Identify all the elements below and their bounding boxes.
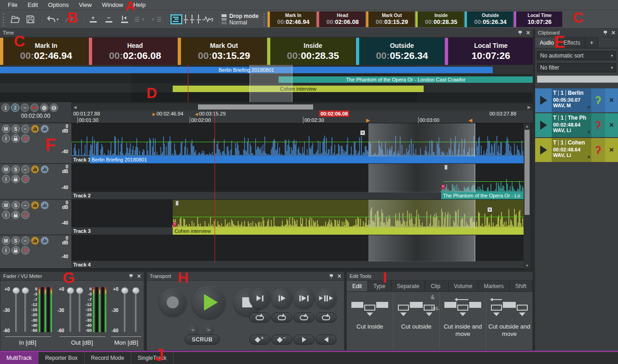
time-chip-head[interactable]: Head 00:02:06.08 (317, 12, 365, 27)
add-tab-button[interactable]: + (585, 37, 598, 48)
loop-button-4[interactable] (315, 312, 337, 323)
fader-left[interactable] (119, 286, 130, 334)
info-button[interactable]: i (2, 134, 10, 143)
move-clip-right-button[interactable] (148, 12, 163, 26)
tab-record-mode[interactable]: Record Mode (85, 352, 131, 364)
record-arm-button[interactable] (21, 246, 29, 254)
fader-knob[interactable] (67, 287, 74, 294)
scrub-button[interactable]: SCRUB (185, 335, 220, 345)
fader-knob[interactable] (76, 287, 83, 294)
tab-shift[interactable]: Shift (510, 281, 532, 291)
overview-clip-cohen[interactable]: Cohen interview (173, 86, 424, 92)
scroll-right-icon[interactable]: ▶ (526, 105, 532, 110)
pin-icon[interactable] (518, 30, 523, 35)
pin-icon[interactable] (329, 274, 334, 279)
close-icon[interactable]: × (526, 30, 530, 35)
volume-node-marker[interactable]: V (487, 207, 492, 212)
selection-region[interactable] (368, 235, 475, 261)
trim-to-left-button[interactable] (117, 12, 132, 26)
big-time-mark-out[interactable]: Mark Out 00:03:15.29 (178, 38, 266, 65)
hide-button[interactable]: − (21, 125, 29, 133)
pin-icon[interactable] (603, 30, 608, 35)
track-3-titlebar[interactable]: Track 3 Cohen interview (71, 227, 524, 235)
mixer-view-button[interactable] (184, 12, 200, 26)
clip-title-strip[interactable]: Berlin Briefing 20180801 (90, 156, 524, 163)
fader-knob[interactable] (121, 287, 128, 294)
filter-input[interactable] (537, 75, 618, 83)
big-time-mark-in[interactable]: Mark In 00:02:46.94 (0, 38, 88, 65)
big-time-head[interactable]: Head 00:02:06.08 (89, 38, 177, 65)
fader-left[interactable] (65, 286, 74, 334)
play-between-marks-button[interactable] (293, 288, 315, 309)
mark-out-marker-icon[interactable]: ◀ (468, 117, 472, 123)
fade-marker[interactable] (442, 185, 445, 189)
time-chip-mark-out[interactable]: Mark Out 00:03:15.29 (366, 12, 414, 27)
zoom-in-button[interactable]: ⊕ (40, 104, 48, 112)
track-1-titlebar[interactable]: Track 1 Berlin Briefing 20180801 (71, 156, 524, 163)
big-time-inside[interactable]: Inside 00:00:28.35 (267, 38, 355, 65)
move-clip-left-button[interactable] (132, 12, 148, 26)
close-icon[interactable]: × (137, 274, 141, 279)
time-chip-inside[interactable]: Inside 00:00:28.35 (415, 12, 464, 27)
fader-knob[interactable] (22, 287, 29, 294)
solo-button[interactable]: S (12, 165, 20, 173)
tab-clip-ins[interactable]: Clip & Ins. (425, 281, 448, 291)
cut-outside-move-button[interactable]: Cut outside and move (486, 292, 532, 350)
selection-region[interactable] (368, 164, 475, 192)
playlist-view-button[interactable] (169, 12, 184, 26)
close-icon[interactable]: × (612, 30, 615, 35)
sort-dropdown[interactable]: No automatic sort▾ (537, 51, 616, 60)
clip-title-strip[interactable]: The Phantom of the Opera Or - Lo (441, 192, 524, 199)
menu-file[interactable]: File (3, 0, 23, 10)
loop-button-1[interactable] (249, 312, 270, 323)
track-4[interactable]: M S − i 0dB -40 Track 4 (0, 235, 533, 269)
timeline-ruler[interactable]: 00:01:27.88 ▶00:02:46.94 ◀00:03:15.29 00… (71, 110, 533, 123)
zoom-preset-1-button[interactable]: 1 (1, 104, 10, 112)
fader-right[interactable] (20, 286, 29, 334)
menu-window[interactable]: Window (97, 0, 128, 10)
next-marker-button[interactable] (293, 335, 315, 345)
big-time-local[interactable]: Local Time 10:07:26 (445, 38, 533, 65)
selection-region[interactable] (368, 200, 475, 228)
zoom-out-button[interactable]: ⊖ (50, 104, 58, 112)
meter-display-button[interactable] (41, 201, 49, 209)
solo-button[interactable]: S (12, 201, 20, 209)
expand-icon[interactable]: « (586, 106, 593, 109)
audition-toggle-button[interactable]: ʔ (591, 113, 605, 137)
meter-display-button[interactable] (41, 237, 49, 245)
mute-button[interactable]: M (2, 201, 10, 209)
save-button[interactable] (23, 12, 38, 26)
fader-left[interactable] (11, 286, 20, 334)
playhead[interactable] (215, 110, 215, 262)
time-chip-outside[interactable]: Outside 00:05:26.34 (465, 12, 513, 27)
mute-button[interactable]: M (2, 125, 10, 133)
filter-dropdown[interactable]: No filter▾ (537, 63, 616, 72)
drop-mode-label[interactable]: Drop modeNormal (229, 13, 258, 26)
mute-button[interactable]: M (2, 237, 10, 245)
hide-button[interactable]: − (21, 201, 29, 209)
menu-edit[interactable]: Edit (23, 0, 43, 10)
track-1-lane[interactable]: V (71, 123, 524, 156)
play-to-mark-button[interactable] (249, 288, 270, 309)
cut-outside-button[interactable]: Cut outside (393, 292, 440, 350)
waveform-display-button[interactable] (31, 237, 39, 245)
audition-play-button[interactable] (535, 113, 552, 137)
mute-button[interactable]: M (2, 165, 10, 173)
audition-toggle-button[interactable]: ʔ (591, 138, 605, 162)
track-1[interactable]: M S − i 0dB -40 V (0, 123, 533, 164)
fader-knob[interactable] (132, 287, 140, 294)
tab-reporter-box[interactable]: Reporter Box (39, 352, 85, 364)
drop-mode-icon[interactable] (222, 14, 227, 24)
open-project-button[interactable] (7, 12, 23, 26)
toolbar-grip[interactable] (263, 13, 265, 26)
expand-icon[interactable]: « (586, 156, 593, 159)
ruler-mark-out[interactable]: ◀00:03:15.29 (195, 110, 226, 117)
clip-title-strip[interactable]: Cohen interview (173, 227, 524, 235)
undo-button[interactable]: ▾ (43, 12, 62, 26)
toolbar-grip[interactable] (2, 13, 5, 26)
loop-button-3[interactable] (293, 312, 315, 323)
record-arm-button[interactable] (21, 134, 29, 143)
fader-right[interactable] (74, 286, 83, 334)
tab-multitrack[interactable]: MultiTrack (0, 352, 39, 364)
audition-play-button[interactable] (535, 138, 552, 162)
